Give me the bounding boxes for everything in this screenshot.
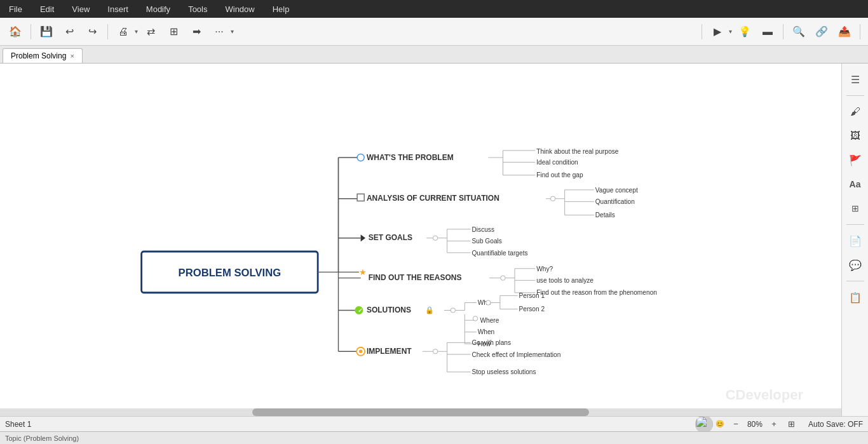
svg-point-4: [357, 154, 364, 161]
menu-help[interactable]: Help: [269, 3, 294, 15]
svg-marker-28: [361, 234, 365, 241]
infobar: Topic (Problem Solving): [0, 431, 868, 444]
menu-file[interactable]: File: [5, 3, 26, 15]
present-button[interactable]: ▶: [707, 22, 728, 42]
clipboard-button[interactable]: 📋: [844, 286, 866, 308]
tab-close-button[interactable]: ×: [70, 52, 74, 60]
scrollbar-thumb[interactable]: [252, 408, 589, 416]
statusbar: Sheet 1 😊 − 80% + ⊞ Auto Save: OFF: [0, 416, 868, 431]
rs-sep-2: [846, 224, 864, 225]
menu-modify[interactable]: Modify: [142, 3, 174, 15]
print-arrow[interactable]: ▾: [135, 28, 138, 35]
tab-label: Problem Solving: [11, 51, 66, 60]
share-button[interactable]: 🔗: [811, 22, 832, 42]
upload-button[interactable]: 📤: [834, 22, 855, 42]
svg-point-31: [433, 236, 437, 240]
note-button[interactable]: 📄: [844, 230, 866, 252]
svg-text:Sub Goals: Sub Goals: [471, 238, 501, 245]
svg-text:FIND OUT THE REASONS: FIND OUT THE REASONS: [369, 273, 462, 282]
rs-sep-1: [846, 95, 864, 96]
layout-button[interactable]: ⊞: [163, 22, 184, 42]
avatar: [695, 415, 713, 433]
svg-text:✓: ✓: [358, 307, 363, 314]
search-button[interactable]: 🔍: [789, 22, 809, 42]
svg-text:SOLUTIONS: SOLUTIONS: [367, 306, 411, 314]
menu-insert[interactable]: Insert: [104, 3, 132, 15]
svg-point-81: [359, 349, 363, 353]
svg-text:Vague concept: Vague concept: [595, 187, 638, 194]
svg-text:When: When: [478, 328, 495, 335]
smiley-icon: 😊: [715, 420, 724, 428]
svg-text:WHAT'S THE PROBLEM: WHAT'S THE PROBLEM: [367, 153, 454, 162]
center-node-label: PROBLEM SOLVING: [179, 267, 281, 279]
menubar: File Edit View Insert Modify Tools Windo…: [0, 0, 868, 18]
outline-button[interactable]: ☰: [844, 69, 866, 90]
svg-text:Ideal condition: Ideal condition: [536, 159, 578, 166]
canvas-area[interactable]: PROBLEM SOLVING WHAT'S THE PROBLEM Think…: [0, 64, 841, 416]
toolbar-right: ▶ ▾ 💡 ▬ 🔍 🔗 📤: [699, 22, 863, 42]
svg-point-65: [486, 300, 491, 305]
toolbar: 🏠 💾 ↩ ↪ 🖨 ▾ ⇄ ⊞ ➡ ··· ▾ ▶ ▾ 💡 ▬ 🔍 🔗 📤: [0, 18, 868, 46]
svg-text:Find out the gap: Find out the gap: [536, 172, 583, 178]
zoom-in-button[interactable]: +: [768, 418, 780, 431]
zoom-fit-button[interactable]: ⊞: [785, 418, 798, 431]
print-button[interactable]: 🖨: [113, 22, 133, 42]
autosave-status: Auto Save: OFF: [808, 420, 863, 429]
svg-text:SET GOALS: SET GOALS: [369, 233, 412, 242]
paint-button[interactable]: 🖌: [844, 101, 866, 123]
save-button[interactable]: 💾: [36, 22, 57, 42]
svg-text:Where: Where: [480, 317, 499, 324]
svg-text:IMPLEMENT: IMPLEMENT: [367, 347, 412, 356]
svg-text:Think about the real purpose: Think about the real purpose: [536, 148, 619, 155]
right-sidebar: ☰ 🖌 🖼 🚩 Aa ⊞ 📄 💬 📋: [841, 64, 868, 416]
print-dropdown[interactable]: 🖨 ▾: [113, 22, 138, 42]
font-button[interactable]: Aa: [844, 173, 866, 195]
svg-text:Person 2: Person 2: [519, 306, 545, 313]
grid-button[interactable]: ⊞: [844, 198, 866, 219]
sheet-label: Sheet 1: [5, 420, 31, 429]
more-button[interactable]: ···: [209, 22, 229, 42]
image-button[interactable]: 🖼: [844, 125, 866, 147]
loop-button[interactable]: ⇄: [140, 22, 161, 42]
redo-button[interactable]: ↪: [82, 22, 102, 42]
undo-button[interactable]: ↩: [59, 22, 79, 42]
bulb-button[interactable]: 💡: [735, 22, 755, 42]
mindmap-container: PROBLEM SOLVING WHAT'S THE PROBLEM Think…: [0, 64, 841, 416]
tabs-bar: Problem Solving ×: [0, 46, 868, 64]
flag-button[interactable]: 🚩: [844, 149, 866, 171]
svg-text:Person 1: Person 1: [519, 292, 545, 299]
svg-text:Quantification: Quantification: [595, 198, 635, 205]
horizontal-scrollbar[interactable]: [0, 408, 841, 416]
svg-text:🔒: 🔒: [425, 306, 434, 314]
panel-button[interactable]: ▬: [757, 22, 778, 42]
more-arrow[interactable]: ▾: [231, 28, 234, 35]
toolbar-sep-5: [860, 24, 860, 39]
svg-text:use tools to analyze: use tools to analyze: [536, 277, 593, 284]
svg-text:Details: Details: [595, 212, 615, 219]
svg-point-44: [501, 276, 505, 280]
zoom-level: 80%: [747, 420, 763, 429]
main-area: PROBLEM SOLVING WHAT'S THE PROBLEM Think…: [0, 64, 868, 416]
menu-edit[interactable]: Edit: [36, 3, 58, 15]
svg-text:Stop useless solutions: Stop useless solutions: [471, 368, 536, 375]
menu-view[interactable]: View: [68, 3, 93, 15]
svg-point-84: [433, 349, 437, 354]
tab-problem-solving[interactable]: Problem Solving ×: [3, 48, 83, 63]
svg-rect-73: [473, 316, 477, 321]
home-button[interactable]: 🏠: [5, 22, 25, 42]
svg-text:★: ★: [359, 267, 367, 277]
present-dropdown[interactable]: ▶ ▾: [707, 22, 732, 42]
export-button[interactable]: ➡: [186, 22, 207, 42]
menu-window[interactable]: Window: [221, 3, 258, 15]
svg-point-59: [451, 308, 455, 313]
svg-text:Check effect of Implementation: Check effect of Implementation: [471, 351, 560, 358]
toolbar-sep-1: [31, 24, 31, 39]
present-arrow[interactable]: ▾: [729, 28, 732, 35]
chat-button[interactable]: 💬: [844, 254, 866, 276]
zoom-out-button[interactable]: −: [729, 418, 742, 431]
toolbar-sep-3: [702, 24, 702, 39]
svg-text:Why?: Why?: [536, 266, 553, 272]
menu-tools[interactable]: Tools: [184, 3, 211, 15]
rs-sep-3: [846, 281, 864, 281]
more-dropdown[interactable]: ··· ▾: [209, 22, 234, 42]
